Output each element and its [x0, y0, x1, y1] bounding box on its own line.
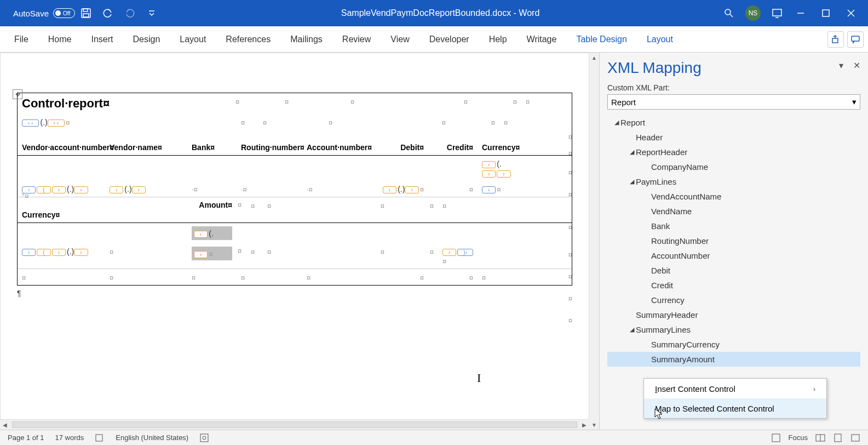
- content-control[interactable]: ‹: [482, 161, 496, 168]
- tab-insert[interactable]: Insert: [81, 26, 123, 53]
- qat-dropdown[interactable]: [141, 2, 163, 24]
- tree-node-report[interactable]: ◢Report: [607, 115, 860, 130]
- tree-node-vendaccountname[interactable]: VendAccountName: [607, 189, 860, 204]
- scroll-left-icon[interactable]: ◀: [0, 420, 10, 430]
- panel-options-icon[interactable]: ▾: [839, 60, 843, 71]
- content-control[interactable]: ›: [497, 170, 510, 178]
- content-control[interactable]: ‹: [194, 231, 208, 238]
- tab-references[interactable]: References: [216, 26, 280, 53]
- tree-node-summaryheader[interactable]: SummaryHeader: [607, 307, 860, 322]
- tree-node-summaryamount[interactable]: SummaryAmount: [607, 352, 860, 367]
- tree-node-summarylines[interactable]: ◢SummaryLines: [607, 322, 860, 337]
- content-control[interactable]: (: [37, 249, 50, 256]
- tab-table-design[interactable]: Table Design: [566, 26, 637, 53]
- tree-node-debit[interactable]: Debit: [607, 263, 860, 278]
- comments-icon[interactable]: [847, 31, 864, 48]
- tree-node-credit[interactable]: Credit: [607, 278, 860, 293]
- status-language[interactable]: English (United States): [116, 433, 188, 442]
- tab-review[interactable]: Review: [332, 26, 381, 53]
- tree-node-bank[interactable]: Bank: [607, 219, 860, 233]
- tab-help[interactable]: Help: [479, 26, 517, 53]
- selected-cell[interactable]: ‹(.: [192, 226, 232, 240]
- autosave-toggle[interactable]: Off: [53, 8, 75, 18]
- content-control[interactable]: ›: [74, 186, 88, 193]
- document-area[interactable]: ✥ Control·report¤ ¤ ¤ ¤ ¤ ¤ ¤ ‹ ›(.)‹ ›¤: [0, 53, 599, 430]
- close-button[interactable]: [838, 2, 864, 24]
- tab-home[interactable]: Home: [38, 26, 82, 53]
- vertical-scrollbar[interactable]: ▲ ▼: [589, 53, 599, 430]
- minimize-button[interactable]: [788, 2, 813, 24]
- status-page[interactable]: Page 1 of 1: [8, 433, 44, 442]
- redo-button[interactable]: [119, 2, 141, 24]
- horizontal-scrollbar[interactable]: ◀ ▶: [0, 420, 589, 430]
- tree-node-routingnumber[interactable]: RoutingNumber: [607, 233, 860, 248]
- tree-node-accountnumber[interactable]: AccountNumber: [607, 248, 860, 263]
- tab-file[interactable]: File: [4, 26, 38, 53]
- selected-cell[interactable]: ›¤: [192, 247, 232, 260]
- tab-developer[interactable]: Developer: [419, 26, 479, 53]
- tree-node-paymlines[interactable]: ◢PaymLines: [607, 174, 860, 189]
- spellcheck-icon[interactable]: [95, 433, 105, 443]
- user-avatar[interactable]: NS: [745, 5, 761, 21]
- content-control[interactable]: )›: [457, 249, 473, 256]
- col-vendor-account: Vendor·account·number¤: [18, 140, 105, 155]
- status-bar: Page 1 of 1 17 words English (United Sta…: [0, 430, 868, 445]
- col-summary-currency: Currency¤: [22, 210, 60, 219]
- ribbon-display-options[interactable]: [766, 2, 788, 24]
- undo-button[interactable]: [97, 2, 119, 24]
- svg-rect-11: [832, 38, 838, 43]
- maximize-button[interactable]: [813, 2, 838, 24]
- content-control[interactable]: ‹ ›: [48, 119, 65, 127]
- content-control[interactable]: ‹: [22, 249, 36, 256]
- xml-part-select[interactable]: Report ▾: [607, 94, 860, 110]
- content-control[interactable]: ›: [74, 249, 88, 256]
- content-control[interactable]: ›: [194, 251, 208, 258]
- content-control[interactable]: (: [37, 186, 50, 193]
- scroll-right-icon[interactable]: ▶: [579, 420, 589, 430]
- status-words[interactable]: 17 words: [55, 433, 84, 442]
- web-layout-icon[interactable]: [850, 433, 860, 443]
- save-button[interactable]: [75, 2, 97, 24]
- content-control[interactable]: ›: [405, 186, 418, 193]
- content-control[interactable]: ›: [482, 186, 496, 193]
- status-focus[interactable]: Focus: [789, 433, 808, 442]
- tab-table-layout[interactable]: Layout: [637, 26, 683, 53]
- content-control[interactable]: ›: [442, 249, 456, 256]
- menu-map-to-selected[interactable]: Map to Selected Content Control: [644, 398, 826, 418]
- content-control[interactable]: ‹ ›: [22, 119, 39, 127]
- panel-close-icon[interactable]: ✕: [853, 60, 860, 71]
- scroll-up-icon[interactable]: ▲: [589, 53, 599, 62]
- scroll-down-icon[interactable]: ▼: [589, 420, 599, 430]
- document-page[interactable]: ✥ Control·report¤ ¤ ¤ ¤ ¤ ¤ ¤ ‹ ›(.)‹ ›¤: [0, 53, 589, 420]
- content-control[interactable]: ‹: [110, 186, 123, 193]
- tab-view[interactable]: View: [381, 26, 419, 53]
- macro-icon[interactable]: [199, 433, 209, 443]
- autosave-state: Off: [63, 10, 70, 16]
- scroll-thumb[interactable]: [12, 421, 577, 428]
- tree-node-vendname[interactable]: VendName: [607, 204, 860, 219]
- content-control[interactable]: ›: [482, 170, 496, 178]
- tab-writage[interactable]: Writage: [517, 26, 567, 53]
- xml-mapping-panel: ▾ ✕ XML Mapping Custom XML Part: Report …: [599, 53, 868, 430]
- content-control[interactable]: ‹: [52, 249, 66, 256]
- content-control[interactable]: ‹: [383, 186, 396, 193]
- tab-design[interactable]: Design: [123, 26, 170, 53]
- tab-layout[interactable]: Layout: [170, 26, 216, 53]
- tree-node-header[interactable]: Header: [607, 130, 860, 145]
- tree-node-companyname[interactable]: CompanyName: [607, 159, 860, 174]
- print-layout-icon[interactable]: [833, 433, 843, 443]
- content-control[interactable]: ›: [132, 186, 146, 193]
- menu-insert-content-control[interactable]: IInsert Content Controlnsert Content Con…: [644, 379, 826, 398]
- tab-mailings[interactable]: Mailings: [280, 26, 332, 53]
- content-control[interactable]: ‹: [52, 186, 66, 193]
- focus-mode-icon[interactable]: [771, 433, 781, 443]
- tree-node-summarycurrency[interactable]: SummaryCurrency: [607, 337, 860, 352]
- document-table[interactable]: Control·report¤ ¤ ¤ ¤ ¤ ¤ ¤ ‹ ›(.)‹ ›¤ ¤…: [17, 93, 572, 286]
- search-button[interactable]: [718, 2, 740, 24]
- title-bar: AutoSave Off SampleVendPaymDocReportBoun…: [0, 0, 868, 26]
- share-icon[interactable]: [827, 31, 844, 48]
- autosave-label: AutoSave: [13, 9, 49, 18]
- read-mode-icon[interactable]: [815, 433, 825, 443]
- tree-node-currency[interactable]: Currency: [607, 293, 860, 307]
- tree-node-reportheader[interactable]: ◢ReportHeader: [607, 145, 860, 159]
